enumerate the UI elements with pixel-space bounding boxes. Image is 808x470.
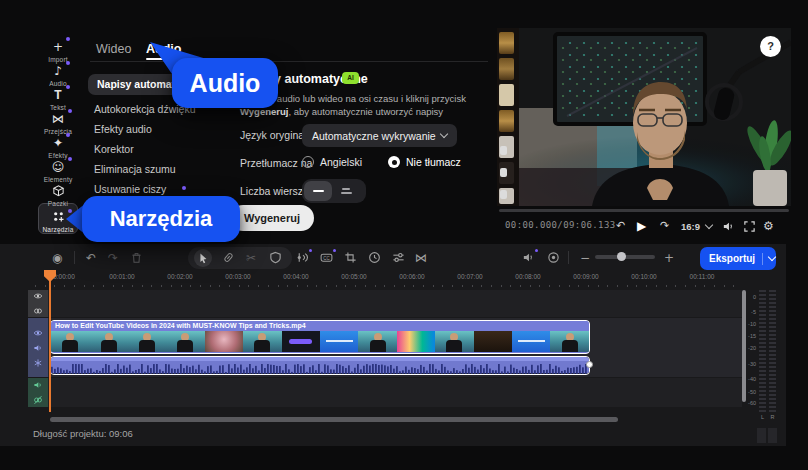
sidebar-item-tekst[interactable]: T Tekst: [38, 85, 78, 111]
meter-channel-right: R: [769, 414, 776, 420]
ai-badge: AI: [342, 72, 359, 84]
marker-tool-icon[interactable]: [269, 251, 282, 264]
sidebar-item-efekty[interactable]: ✦ Efekty: [38, 133, 78, 159]
horizontal-scrollbar[interactable]: [50, 417, 618, 422]
playhead-line[interactable]: [49, 270, 51, 412]
package-icon: [52, 184, 65, 197]
two-lines-button[interactable]: [332, 181, 360, 201]
export-button[interactable]: Eksportuj: [700, 247, 776, 270]
pointer-tool-icon[interactable]: [197, 252, 209, 264]
transition-icon[interactable]: ⋈: [415, 250, 427, 266]
zoom-slider-thumb[interactable]: [617, 252, 626, 261]
clip-thumbnail: [89, 331, 127, 352]
tab-underline: [146, 58, 182, 60]
volume-icon[interactable]: [722, 220, 735, 233]
toolbar-separator: [568, 251, 569, 264]
audio-normalize-icon[interactable]: [296, 251, 309, 264]
sidebar-item-import[interactable]: + Import: [38, 37, 78, 63]
link-icon[interactable]: [33, 306, 43, 316]
language-dropdown[interactable]: Automatyczne wykrywanie: [302, 124, 457, 147]
chevron-down-icon[interactable]: [705, 221, 713, 229]
tab-wideo[interactable]: Wideo: [96, 42, 131, 56]
smiley-icon: ☺: [52, 161, 65, 174]
clip-thumbnail: [166, 331, 204, 352]
ruler-timestamp: 00:10:00: [615, 273, 673, 280]
clip-thumbnail: [243, 331, 281, 352]
ruler-timestamp: 00:08:00: [499, 273, 557, 280]
sidebar-item-przejscia[interactable]: ⋈ Przejścia: [38, 109, 78, 135]
speaker-icon[interactable]: [33, 380, 43, 390]
clip-audio-icon[interactable]: [522, 251, 535, 264]
trash-icon[interactable]: [130, 251, 143, 264]
ruler-timestamp: 00:09:00: [557, 273, 615, 280]
sidebar-item-paczki[interactable]: Paczki: [38, 181, 78, 207]
ruler-timestamp: 00:11:00: [673, 273, 731, 280]
crop-icon[interactable]: [344, 251, 357, 264]
tab-audio[interactable]: Audio: [146, 42, 181, 56]
help-button[interactable]: ?: [760, 36, 781, 57]
freeze-icon[interactable]: [33, 358, 43, 368]
clip-trim-handle[interactable]: [586, 361, 593, 368]
track-row-overlay[interactable]: [48, 290, 742, 317]
track-header-audio: [28, 378, 48, 407]
notification-dot: [309, 249, 312, 252]
track-row-audio[interactable]: [48, 378, 742, 407]
clip-thumbnail: [51, 331, 89, 352]
sidebar-item-elementy[interactable]: ☺ Elementy: [38, 157, 78, 183]
notification-dot: [66, 37, 70, 41]
eye-icon[interactable]: [33, 328, 43, 338]
aspect-ratio-value[interactable]: 16:9: [681, 221, 700, 232]
scissors-icon[interactable]: ✂: [246, 250, 256, 266]
undo-icon[interactable]: ↶: [86, 250, 96, 266]
skip-back-icon[interactable]: ↶: [616, 217, 625, 235]
sidebar-item-audio[interactable]: ♪ Audio: [38, 61, 78, 87]
chevron-down-icon[interactable]: [768, 253, 776, 261]
zoom-out-icon[interactable]: −: [580, 250, 590, 266]
subtitles-icon[interactable]: [320, 251, 333, 264]
text-icon: T: [54, 89, 61, 102]
notification-dot: [535, 249, 538, 252]
menu-item-usuwanie-ciszy[interactable]: Usuwanie ciszy: [94, 183, 166, 195]
menu-item-efekty-audio[interactable]: Efekty audio: [94, 123, 152, 135]
tracking-icon[interactable]: [547, 251, 560, 264]
clip-tool-icon[interactable]: [222, 251, 235, 264]
radio-nie-tlumacz[interactable]: Nie tłumacz: [388, 156, 461, 168]
fullscreen-icon[interactable]: [743, 220, 756, 233]
sidebar-item-label: Narzędzia: [38, 226, 78, 233]
speed-icon[interactable]: [368, 251, 381, 264]
record-icon[interactable]: ◉: [52, 250, 62, 266]
speaker-icon[interactable]: [33, 343, 43, 353]
export-label: Eksportuj: [709, 253, 755, 264]
audio-clip[interactable]: [50, 356, 590, 375]
radio-angielski[interactable]: Angielski: [302, 156, 362, 168]
meter-bar-right: [769, 290, 776, 412]
callout-audio: Audio: [172, 58, 278, 108]
generate-button[interactable]: Wygeneruj: [230, 205, 314, 231]
clip-filmstrip: [51, 331, 589, 352]
lines-label: Liczba wierszy: [240, 185, 308, 197]
link-off-icon[interactable]: [33, 395, 43, 405]
menu-item-korektor[interactable]: Korektor: [94, 143, 134, 155]
vertical-scrollbar[interactable]: [742, 290, 746, 402]
ruler-timestamp: 00:01:00: [93, 273, 151, 280]
play-button[interactable]: ▶: [637, 217, 646, 235]
video-clip[interactable]: How to Edit YouTube Videos in 2024 with …: [50, 320, 590, 354]
preview-scrubber[interactable]: [499, 209, 789, 212]
redo-icon[interactable]: ↷: [108, 250, 118, 266]
one-line-button[interactable]: [304, 181, 332, 201]
clip-thumbnail: [358, 331, 396, 352]
menu-item-eliminacja-szumu[interactable]: Eliminacja szumu: [94, 163, 176, 175]
clip-thumbnail: [512, 331, 550, 352]
zoom-in-icon[interactable]: +: [664, 250, 674, 266]
gear-icon[interactable]: ⚙: [763, 217, 774, 235]
sidebar-item-narzedzia[interactable]: Narzędzia: [38, 207, 78, 233]
export-divider: [762, 253, 763, 265]
skip-forward-icon[interactable]: ↷: [660, 217, 669, 235]
adjustments-icon[interactable]: [392, 251, 405, 264]
music-note-icon: ♪: [54, 65, 62, 78]
plus-icon: +: [53, 41, 63, 54]
eye-icon[interactable]: [33, 291, 43, 301]
ruler-timestamp: 00:02:00: [151, 273, 209, 280]
timecode: 00:00.000/09:06.133: [505, 220, 616, 230]
app-window: + Import ♪ Audio T Tekst ⋈ Przejścia ✦ E…: [0, 0, 808, 470]
